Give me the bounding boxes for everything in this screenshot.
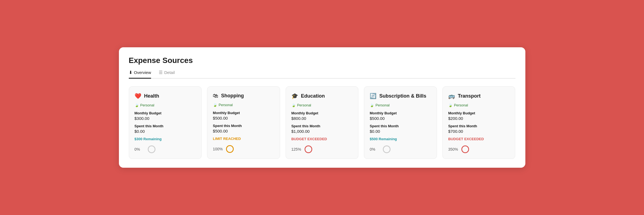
- card-health: ❤️ Health 🍃 Personal Monthly Budget $300…: [129, 86, 202, 159]
- overview-icon: ⬇: [129, 70, 132, 75]
- leaf-icon: 🍃: [213, 103, 217, 107]
- subscription-spent-value: $0.00: [370, 129, 431, 134]
- transport-percent: 350%: [448, 147, 459, 151]
- card-education: 🎓 Education 🍃 Personal Monthly Budget $8…: [286, 86, 359, 159]
- education-title: Education: [301, 93, 325, 99]
- health-budget-value: $300.00: [135, 116, 196, 121]
- shopping-percent: 100%: [213, 147, 223, 151]
- leaf-icon: 🍃: [370, 103, 374, 107]
- shopping-status: LIMIT REACHED: [213, 137, 274, 141]
- shopping-category: 🍃 Personal: [213, 103, 274, 107]
- tab-detail-label: Detail: [164, 70, 175, 75]
- education-category-label: Personal: [297, 103, 311, 107]
- health-progress-row: 0%: [135, 145, 196, 153]
- health-spent-label: Spent this Month: [135, 124, 196, 128]
- subscription-icon: 🔄: [370, 93, 377, 99]
- health-budget-label: Monthly Budget: [135, 111, 196, 115]
- shopping-circle: [226, 145, 234, 153]
- subscription-status: $500 Remaining: [370, 137, 431, 141]
- education-budget-label: Monthly Budget: [291, 111, 353, 115]
- transport-budget-value: $200.00: [448, 116, 510, 121]
- shopping-category-label: Personal: [219, 103, 233, 107]
- subscription-progress-row: 0%: [370, 145, 431, 153]
- health-title: Health: [144, 93, 159, 99]
- transport-budget-label: Monthly Budget: [448, 111, 510, 115]
- card-header-shopping: 🛍 Shopping: [213, 93, 274, 99]
- card-header-education: 🎓 Education: [291, 93, 353, 99]
- transport-category: 🍃 Personal: [448, 103, 510, 107]
- card-shopping: 🛍 Shopping 🍃 Personal Monthly Budget $50…: [207, 86, 280, 159]
- card-header-transport: 🚌 Transport: [448, 93, 510, 99]
- health-category-label: Personal: [140, 103, 154, 107]
- transport-spent-value: $700.00: [448, 129, 510, 134]
- transport-spent-label: Spent this Month: [448, 124, 510, 128]
- subscription-title: Subscription & Bills: [379, 93, 426, 99]
- card-header-health: ❤️ Health: [135, 93, 196, 99]
- education-category: 🍃 Personal: [291, 103, 353, 107]
- health-icon: ❤️: [135, 93, 141, 99]
- health-circle: [148, 145, 155, 153]
- shopping-icon: 🛍: [213, 93, 218, 99]
- shopping-budget-label: Monthly Budget: [213, 111, 274, 115]
- tabs-container: ⬇ Overview ☰ Detail: [129, 70, 515, 79]
- health-category: 🍃 Personal: [135, 103, 196, 107]
- transport-circle: [461, 145, 469, 153]
- transport-progress-row: 350%: [448, 145, 510, 153]
- shopping-budget-value: $500.00: [213, 116, 274, 120]
- transport-status: BUDGET EXCEEDED: [448, 137, 510, 141]
- card-transport: 🚌 Transport 🍃 Personal Monthly Budget $2…: [442, 86, 515, 159]
- shopping-spent-label: Spent this Month: [213, 124, 274, 128]
- tab-detail[interactable]: ☰ Detail: [159, 70, 175, 79]
- education-spent-value: $1,000.00: [291, 129, 353, 134]
- shopping-progress-row: 100%: [213, 145, 274, 153]
- cards-row: ❤️ Health 🍃 Personal Monthly Budget $300…: [129, 86, 515, 159]
- health-percent: 0%: [135, 147, 145, 151]
- expense-sources-card: Expense Sources ⬇ Overview ☰ Detail ❤️ H…: [119, 47, 525, 168]
- education-icon: 🎓: [291, 93, 298, 99]
- card-subscription: 🔄 Subscription & Bills 🍃 Personal Monthl…: [364, 86, 437, 159]
- subscription-spent-label: Spent this Month: [370, 124, 431, 128]
- leaf-icon: 🍃: [135, 103, 139, 107]
- subscription-category: 🍃 Personal: [370, 103, 431, 107]
- education-progress-row: 125%: [291, 145, 353, 153]
- subscription-category-label: Personal: [375, 103, 389, 107]
- subscription-budget-label: Monthly Budget: [370, 111, 431, 115]
- education-budget-value: $800.00: [291, 116, 353, 121]
- subscription-percent: 0%: [370, 147, 380, 151]
- tab-overview-label: Overview: [134, 70, 151, 75]
- shopping-title: Shopping: [221, 93, 244, 99]
- education-circle: [305, 145, 312, 153]
- shopping-spent-value: $500.00: [213, 129, 274, 133]
- education-percent: 125%: [291, 147, 302, 151]
- subscription-circle: [383, 145, 391, 153]
- detail-icon: ☰: [159, 70, 163, 75]
- transport-icon: 🚌: [448, 93, 455, 99]
- education-spent-label: Spent this Month: [291, 124, 353, 128]
- health-spent-value: $0.00: [135, 129, 196, 134]
- page-title: Expense Sources: [129, 56, 515, 65]
- subscription-budget-value: $500.00: [370, 116, 431, 121]
- tab-overview[interactable]: ⬇ Overview: [129, 70, 151, 79]
- transport-category-label: Personal: [454, 103, 468, 107]
- leaf-icon: 🍃: [291, 103, 296, 107]
- transport-title: Transport: [458, 93, 481, 99]
- leaf-icon: 🍃: [448, 103, 453, 107]
- education-status: BUDGET EXCEEDED: [291, 137, 353, 141]
- card-header-subscription: 🔄 Subscription & Bills: [370, 93, 431, 99]
- health-status: $300 Remaining: [135, 137, 196, 141]
